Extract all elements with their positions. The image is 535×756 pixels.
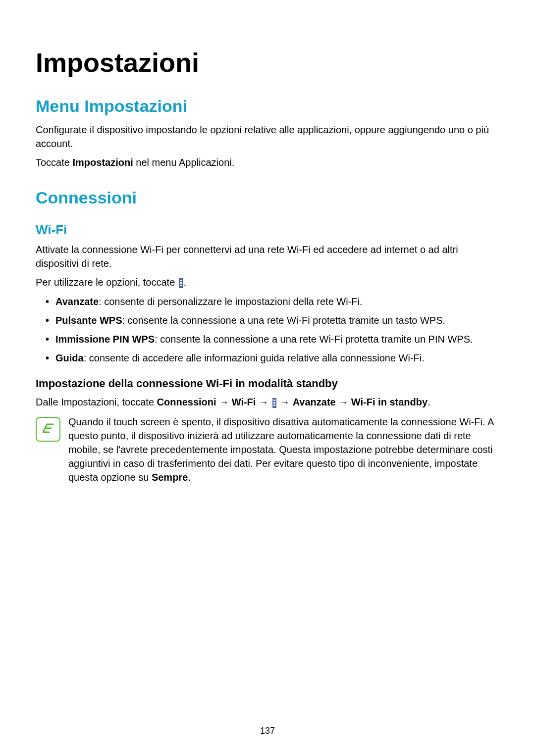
overflow-menu-icon (179, 278, 183, 288)
standby-title: Impostazione della connessione Wi-Fi in … (36, 377, 499, 390)
section-title-connessioni: Connessioni (36, 188, 499, 207)
text: Toccate (36, 157, 72, 168)
page-number: 137 (0, 726, 535, 736)
bold-text: Impostazioni (72, 157, 133, 168)
path-segment: Wi-Fi (232, 397, 256, 407)
path-segment: Wi-Fi in standby (351, 397, 428, 407)
option-desc: : consente la connessione a una rete Wi-… (155, 334, 473, 345)
wifi-paragraph-2: Per utilizzare le opzioni, toccate . (36, 275, 499, 289)
arrow: → (216, 397, 232, 407)
list-item: Pulsante WPS: consente la connessione a … (55, 313, 499, 328)
page-title: Impostazioni (36, 47, 499, 78)
path-segment: Connessioni (157, 397, 216, 407)
subsection-title-wifi: Wi-Fi (36, 222, 499, 238)
text: . (428, 397, 430, 407)
text: nel menu Applicazioni. (133, 157, 235, 168)
arrow: → (336, 397, 351, 407)
text: . (188, 472, 191, 483)
wifi-options-list: Avanzate: consente di personalizzare le … (36, 294, 499, 365)
list-item: Avanzate: consente di personalizzare le … (55, 294, 499, 309)
text: Dalle Impostazioni, toccate (36, 397, 157, 407)
text: Per utilizzare le opzioni, toccate (36, 277, 178, 288)
option-desc: : consente di personalizzare le impostaz… (99, 296, 362, 307)
section-title-menu: Menu Impostazioni (36, 97, 499, 116)
bold-text: Sempre (152, 472, 188, 483)
text: Quando il touch screen è spento, il disp… (68, 416, 493, 483)
wifi-paragraph-1: Attivate la connessione Wi-Fi per connet… (36, 243, 499, 270)
list-item: Guida: consente di accedere alle informa… (55, 351, 499, 365)
option-label: Pulsante WPS (55, 315, 122, 326)
note-block: Quando il touch screen è spento, il disp… (36, 415, 499, 484)
list-item: Immissione PIN WPS: consente la connessi… (55, 332, 499, 347)
menu-paragraph-2: Toccate Impostazioni nel menu Applicazio… (36, 155, 499, 169)
option-desc: : consente di accedere alle informazioni… (84, 353, 425, 363)
overflow-menu-icon (272, 398, 276, 408)
path-segment: Avanzate (293, 397, 336, 407)
option-label: Guida (55, 353, 84, 363)
note-icon (36, 417, 60, 442)
arrow: → (277, 397, 293, 407)
text: . (184, 277, 187, 288)
option-desc: : consente la connessione a una rete Wi-… (122, 315, 445, 326)
menu-paragraph-1: Configurate il dispositivo impostando le… (36, 123, 499, 151)
standby-path: Dalle Impostazioni, toccate Connessioni … (36, 395, 499, 409)
arrow: → (256, 397, 271, 407)
note-text: Quando il touch screen è spento, il disp… (68, 415, 499, 484)
option-label: Avanzate (55, 296, 99, 307)
document-page: Impostazioni Menu Impostazioni Configura… (0, 0, 535, 756)
option-label: Immissione PIN WPS (55, 334, 155, 345)
